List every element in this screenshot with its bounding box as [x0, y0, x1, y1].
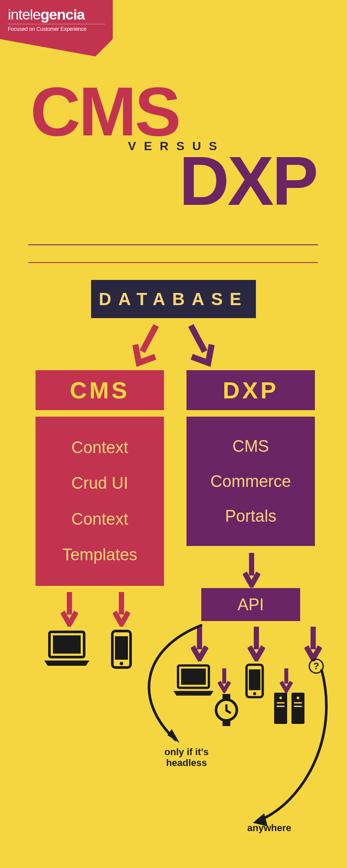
cms-item: Templates — [62, 546, 137, 564]
svg-rect-1 — [53, 635, 81, 654]
arrow-dxp-to-api-icon — [243, 551, 260, 588]
brand-name: intelegencia — [8, 6, 105, 23]
brand-text: intelegencia Focused on Customer Experie… — [0, 0, 113, 38]
dxp-item: CMS — [232, 437, 269, 456]
curve-arrow-headless-icon — [128, 622, 215, 753]
curve-arrow-anywhere-icon — [241, 661, 336, 831]
note-headless: only if it's headless — [152, 746, 221, 769]
arrow-api-out-icon — [304, 625, 322, 661]
cms-body: Context Crud UI Context Templates — [36, 417, 164, 586]
dxp-body: CMS Commerce Portals — [187, 417, 315, 546]
arrow-db-to-dxp-icon — [182, 321, 217, 369]
title-cms: CMS — [30, 80, 317, 143]
title-block: CMS VERSUS DXP — [30, 80, 317, 212]
arrow-api-small-icon — [218, 667, 231, 693]
brand-prefix: intele — [8, 6, 40, 23]
cms-item: Context — [72, 438, 128, 457]
cms-item: Crud UI — [72, 474, 128, 493]
title-dxp: DXP — [30, 150, 317, 212]
api-box: API — [201, 588, 300, 621]
brand-bold: gencia — [40, 6, 85, 23]
divider-bottom — [28, 262, 318, 263]
dxp-item: Commerce — [210, 472, 291, 491]
note-anywhere: anywhere — [247, 822, 291, 834]
divider-top — [28, 244, 318, 245]
svg-rect-3 — [115, 636, 128, 660]
arrow-cms-to-laptop-icon — [61, 590, 78, 627]
dxp-item: Portals — [225, 507, 276, 526]
cms-header: CMS — [36, 370, 164, 410]
brand-banner: intelegencia Focused on Customer Experie… — [0, 0, 113, 39]
arrow-cms-to-phone-icon — [113, 590, 130, 627]
arrow-api-out-icon — [248, 625, 265, 661]
laptop-icon — [43, 629, 90, 668]
database-box: DATABASE — [91, 280, 256, 318]
cms-item: Context — [72, 510, 128, 529]
dxp-header: DXP — [187, 370, 315, 410]
svg-point-4 — [120, 662, 123, 665]
arrow-db-to-cms-icon — [130, 321, 165, 369]
watch-icon — [214, 693, 239, 727]
brand-tagline: Focused on Customer Experience — [8, 24, 105, 32]
